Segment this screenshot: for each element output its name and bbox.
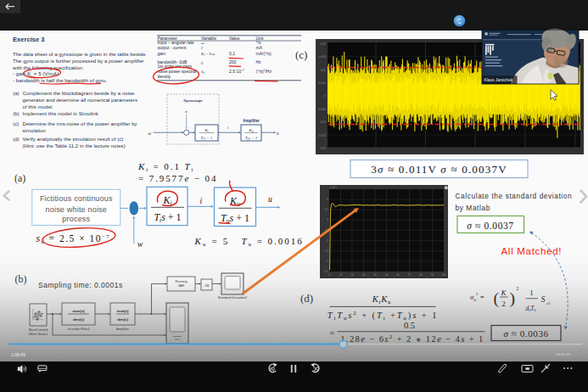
svg-text:Determine the rms-noise of the: Determine the rms-noise of the power amp…	[23, 121, 137, 126]
svg-text:u: u	[277, 131, 279, 136]
svg-text:3σ ≈ 0.011V σ ≈ 0.0037V: 3σ ≈ 0.011V σ ≈ 0.0037V	[371, 163, 507, 176]
svg-text:simulation: simulation	[23, 128, 47, 133]
svg-text:I: I	[200, 46, 203, 50]
svg-text:0,1: 0,1	[229, 51, 235, 56]
svg-text:w: w	[137, 240, 143, 249]
svg-text:0.01: 0.01	[320, 69, 326, 72]
svg-text:-0.01: -0.01	[319, 120, 326, 124]
svg-text:Complement the blockdiagram be: Complement the blockdiagram beside by a …	[23, 91, 136, 96]
svg-text:i: i	[200, 197, 203, 205]
svg-text:(c): (c)	[295, 48, 307, 61]
svg-text:(d): (d)	[13, 137, 19, 142]
svg-text:(Hint: use the Table 11.2 in t: (Hint: use the Table 11.2 in the lecture…	[23, 143, 126, 148]
svg-text:by Matlab: by Matlab	[456, 204, 490, 212]
svg-text:Ki = 0.1 Ti: Ki = 0.1 Ti	[137, 161, 194, 172]
svg-text:Ku = 5: Ku = 5	[194, 236, 230, 247]
svg-text:-0.015: -0.015	[317, 134, 326, 137]
svg-text:1.5: 1.5	[325, 249, 328, 253]
svg-text:u: u	[268, 195, 272, 204]
svg-text:0.015: 0.015	[319, 55, 327, 59]
svg-text:0: 0	[324, 94, 326, 98]
svg-text:-0.02: -0.02	[319, 147, 326, 150]
svg-text:Fictitious continuous: Fictitious continuous	[40, 194, 113, 203]
svg-text:Amplifier: Amplifier	[243, 119, 260, 123]
svg-text:0.005: 0.005	[319, 81, 327, 85]
svg-text:generator and determine all nu: generator and determine all numerical pa…	[23, 98, 137, 103]
svg-text:0.02: 0.02	[320, 42, 326, 46]
svg-text:200: 200	[229, 59, 237, 64]
svg-text:ω: ω	[148, 131, 152, 136]
svg-text:process: process	[62, 215, 90, 223]
svg-text:(c): (c)	[13, 121, 19, 126]
svg-text:Exercise 3: Exercise 3	[13, 36, 45, 43]
svg-text:(a): (a)	[13, 91, 19, 96]
svg-text:of this model.: of this model.	[23, 104, 54, 109]
svg-text:04:50:45: 04:50:45	[556, 352, 571, 356]
svg-text:The data sheet of a gyroscope: The data sheet of a gyroscope is given i…	[13, 52, 147, 57]
svg-text:gain: gain	[158, 51, 166, 56]
svg-text:mA: mA	[256, 45, 263, 50]
svg-text:1:06:49: 1:06:49	[11, 352, 25, 357]
svg-text:noise white noise: noise white noise	[46, 205, 107, 214]
svg-text:Gyroscope: Gyroscope	[183, 98, 203, 103]
svg-text:(b): (b)	[13, 111, 19, 116]
svg-text:Tis + 1: Tis + 1	[154, 211, 181, 224]
svg-text:density: density	[158, 74, 171, 79]
svg-text:Calculate the standard deviati: Calculate the standard deviation	[456, 192, 573, 200]
svg-text:Implement this model in Simuli: Implement this model in Simulink	[23, 111, 99, 116]
svg-text:-0.005: -0.005	[317, 108, 326, 111]
svg-text:σ ≈ 0.0037: σ ≈ 0.0037	[467, 221, 513, 231]
svg-text:output - current: output - current	[158, 45, 188, 50]
svg-text:Klaus Janschek: Klaus Janschek	[484, 78, 513, 82]
svg-text:3.5: 3.5	[325, 208, 328, 211]
svg-text:Variable: Variable	[201, 36, 216, 41]
svg-text:mA/(°/s): mA/(°/s)	[256, 51, 272, 56]
svg-text:(a): (a)	[14, 172, 25, 184]
svg-text:The gyro output is further pro: The gyro output is further processed by …	[13, 59, 145, 64]
svg-text:Hz: Hz	[256, 59, 262, 64]
svg-text:Verify analytically the simula: Verify analytically the simulation resul…	[23, 137, 124, 142]
svg-text:Value: Value	[229, 36, 240, 41]
svg-text:- bandwidth is half the bandwi: - bandwidth is half the bandwidth of gyr…	[13, 78, 107, 83]
svg-text:with the following specificati: with the following specification:	[12, 65, 84, 70]
svg-text:= 7.9577e − 04: = 7.9577e − 04	[138, 173, 217, 183]
svg-text:ω: ω	[201, 41, 204, 45]
